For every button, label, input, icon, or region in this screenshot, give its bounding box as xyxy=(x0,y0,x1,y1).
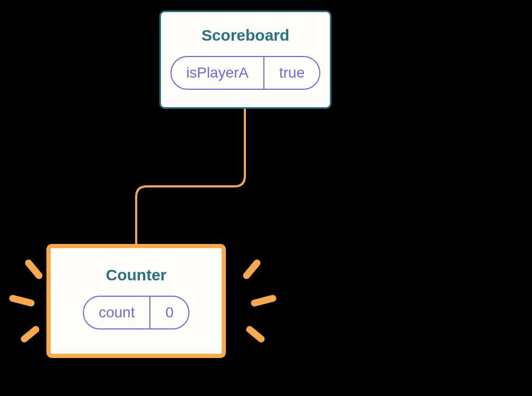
counter-state-value: 0 xyxy=(150,297,188,328)
sparkle-right-icon xyxy=(223,253,286,359)
counter-node: Counter count 0 xyxy=(46,244,226,358)
sparkle-left-icon xyxy=(2,253,65,359)
scoreboard-node: Scoreboard isPlayerA true xyxy=(159,11,331,109)
svg-line-2 xyxy=(24,329,36,339)
scoreboard-state-pill: isPlayerA true xyxy=(170,56,321,90)
connector-line xyxy=(132,107,253,247)
svg-line-4 xyxy=(254,298,273,303)
svg-line-5 xyxy=(250,329,261,339)
counter-state-key: count xyxy=(84,297,151,328)
svg-line-3 xyxy=(246,263,257,276)
svg-line-1 xyxy=(13,298,31,303)
svg-line-0 xyxy=(28,263,39,276)
scoreboard-title: Scoreboard xyxy=(202,26,290,44)
counter-state-pill: count 0 xyxy=(83,296,189,329)
counter-title: Counter xyxy=(106,266,167,284)
scoreboard-state-key: isPlayerA xyxy=(172,57,264,89)
scoreboard-state-value: true xyxy=(264,57,319,89)
